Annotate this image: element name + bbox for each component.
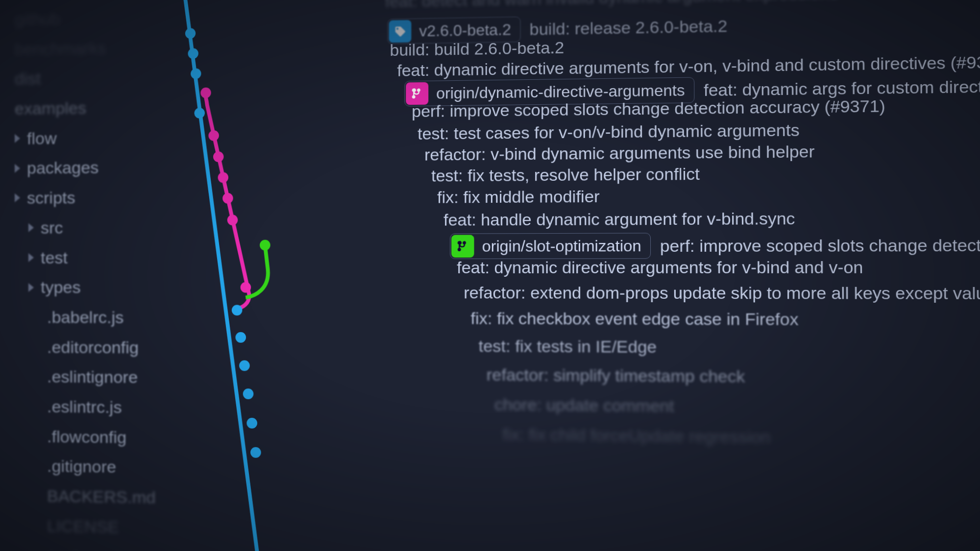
file-tree[interactable]: github benchmarks dist examples flow pac… bbox=[0, 0, 178, 551]
tree-item[interactable]: .eslintignore bbox=[0, 361, 178, 392]
commit-row[interactable]: feat: dynamic directive arguments for v-… bbox=[457, 258, 863, 277]
tree-label: packages bbox=[27, 155, 98, 181]
commit-message: perf: improve scoped slots change detect… bbox=[660, 235, 980, 256]
svg-point-13 bbox=[218, 172, 229, 183]
tree-label: types bbox=[41, 274, 81, 300]
commit-history: feat: detect and warn invalid dynamic ar… bbox=[179, 0, 980, 551]
commit-message: fix: fix child forceUpdate regression bbox=[502, 425, 770, 447]
tree-item[interactable]: src bbox=[0, 212, 178, 242]
commit-row[interactable]: refactor: v-bind dynamic arguments use b… bbox=[424, 142, 814, 165]
tree-label: .eslintrc.js bbox=[47, 394, 122, 420]
commit-row[interactable]: chore: update comment bbox=[494, 395, 674, 416]
svg-point-5 bbox=[235, 332, 246, 343]
tree-item[interactable]: BACKERS.md bbox=[0, 480, 178, 513]
commit-message: refactor: v-bind dynamic arguments use b… bbox=[424, 142, 814, 165]
svg-point-4 bbox=[232, 305, 243, 315]
commit-row[interactable]: fix: fix checkbox event edge case in Fir… bbox=[470, 309, 798, 329]
tree-label: .babelrc.js bbox=[47, 304, 123, 330]
commit-message: feat: detect and warn invalid dynamic ar… bbox=[385, 0, 839, 11]
expand-icon bbox=[15, 134, 20, 143]
branch-text: origin/slot-optimization bbox=[479, 237, 650, 255]
commit-message: fix: fix checkbox event edge case in Fir… bbox=[470, 309, 798, 329]
tree-item[interactable]: .gitignore bbox=[0, 451, 178, 483]
commit-message: fix: fix middle modifier bbox=[437, 187, 600, 207]
tree-label: package.json bbox=[47, 543, 146, 551]
commit-message: refactor: extend dom-props update skip t… bbox=[464, 283, 980, 303]
tag-icon bbox=[389, 20, 412, 43]
tag-text: v2.6.0-beta.2 bbox=[416, 20, 519, 40]
svg-point-1 bbox=[188, 48, 198, 59]
tree-item[interactable]: github bbox=[0, 2, 178, 35]
svg-point-7 bbox=[243, 388, 254, 399]
commit-message: feat: dynamic directive arguments for v-… bbox=[457, 258, 863, 277]
tree-label: dist bbox=[15, 66, 41, 92]
svg-point-14 bbox=[222, 193, 233, 204]
tree-item[interactable]: examples bbox=[0, 92, 178, 124]
commit-message: test: test cases for v-on/v-bind dynamic… bbox=[417, 120, 799, 144]
branch-badge[interactable]: origin/slot-optimization bbox=[450, 233, 651, 259]
tree-label: test bbox=[41, 244, 68, 270]
commit-row[interactable]: feat: handle dynamic argument for v-bind… bbox=[443, 209, 795, 229]
tree-item[interactable]: .flowconfig bbox=[0, 421, 178, 453]
commit-message: build: build 2.6.0-beta.2 bbox=[390, 38, 564, 60]
expand-icon bbox=[15, 193, 20, 202]
tree-label: scripts bbox=[27, 185, 75, 211]
commit-message: test: fix tests, resolve helper conflict bbox=[431, 164, 700, 185]
svg-point-16 bbox=[241, 282, 251, 293]
commit-message: build: release 2.6.0-beta.2 bbox=[530, 16, 728, 39]
commit-row[interactable]: origin/slot-optimization perf: improve s… bbox=[450, 232, 980, 259]
svg-point-8 bbox=[246, 418, 257, 429]
tree-item[interactable]: packages bbox=[0, 152, 178, 184]
commit-message: test: fix tests in IE/Edge bbox=[479, 336, 657, 357]
commit-message: feat: dynamic args for custom directives bbox=[704, 76, 980, 100]
tree-label: .editorconfig bbox=[47, 334, 139, 360]
commit-row[interactable]: test: fix tests in IE/Edge bbox=[479, 336, 657, 357]
svg-point-10 bbox=[200, 88, 211, 98]
tree-label: src bbox=[41, 215, 63, 240]
tree-item[interactable]: flow bbox=[0, 122, 178, 153]
tree-item[interactable]: .editorconfig bbox=[0, 332, 178, 363]
commit-row[interactable]: fix: fix child forceUpdate regression bbox=[502, 425, 770, 447]
tree-label: examples bbox=[15, 95, 86, 121]
svg-point-2 bbox=[191, 68, 201, 79]
tree-label: github bbox=[15, 6, 60, 32]
tree-item[interactable]: LICENSE bbox=[0, 510, 178, 543]
tree-label: .eslintignore bbox=[47, 364, 138, 390]
tree-item[interactable]: benchmarks bbox=[0, 32, 178, 64]
svg-point-3 bbox=[195, 108, 205, 119]
tree-label: LICENSE bbox=[47, 513, 119, 540]
tree-item[interactable]: test bbox=[0, 242, 178, 272]
svg-point-9 bbox=[250, 447, 261, 458]
commit-row[interactable]: feat: detect and warn invalid dynamic ar… bbox=[385, 0, 839, 11]
commit-message: refactor: simplify timestamp check bbox=[487, 365, 745, 386]
expand-icon bbox=[28, 253, 34, 262]
tree-label: BACKERS.md bbox=[47, 483, 156, 510]
commit-row[interactable]: test: fix tests, resolve helper conflict bbox=[431, 164, 700, 185]
commit-message: feat: handle dynamic argument for v-bind… bbox=[443, 209, 795, 229]
svg-point-15 bbox=[227, 215, 238, 225]
tree-label: flow bbox=[27, 125, 57, 151]
expand-icon bbox=[28, 283, 34, 292]
svg-point-6 bbox=[239, 360, 250, 371]
tree-item[interactable]: .eslintrc.js bbox=[0, 391, 178, 423]
svg-point-17 bbox=[260, 240, 270, 251]
tree-label: .gitignore bbox=[47, 453, 116, 480]
commit-message: chore: update comment bbox=[494, 395, 674, 416]
commit-row[interactable]: fix: fix middle modifier bbox=[437, 187, 600, 207]
tree-item[interactable]: .babelrc.js bbox=[0, 302, 178, 333]
commit-row[interactable]: test: test cases for v-on/v-bind dynamic… bbox=[417, 120, 799, 144]
tree-label: benchmarks bbox=[15, 35, 106, 62]
svg-point-0 bbox=[185, 28, 196, 39]
commit-row[interactable]: build: build 2.6.0-beta.2 bbox=[390, 38, 564, 60]
svg-point-11 bbox=[208, 130, 219, 141]
git-graph bbox=[179, 0, 305, 551]
tree-item[interactable]: types bbox=[0, 272, 178, 302]
tree-label: .flowconfig bbox=[47, 424, 126, 451]
commit-row[interactable]: refactor: simplify timestamp check bbox=[487, 365, 745, 386]
tree-item[interactable]: dist bbox=[0, 62, 178, 94]
branch-icon bbox=[451, 235, 474, 258]
commit-row[interactable]: refactor: extend dom-props update skip t… bbox=[464, 283, 980, 303]
tree-item[interactable]: scripts bbox=[0, 182, 178, 213]
expand-icon bbox=[28, 223, 34, 232]
expand-icon bbox=[15, 164, 20, 172]
